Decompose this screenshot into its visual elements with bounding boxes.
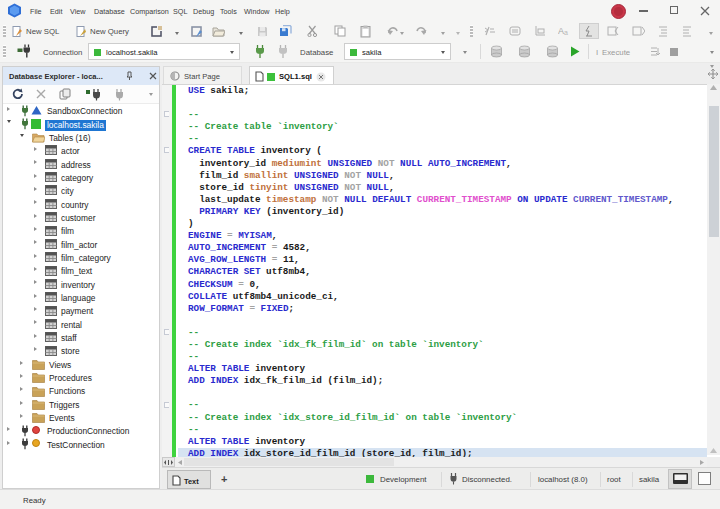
svg-text:a: a — [564, 29, 568, 36]
